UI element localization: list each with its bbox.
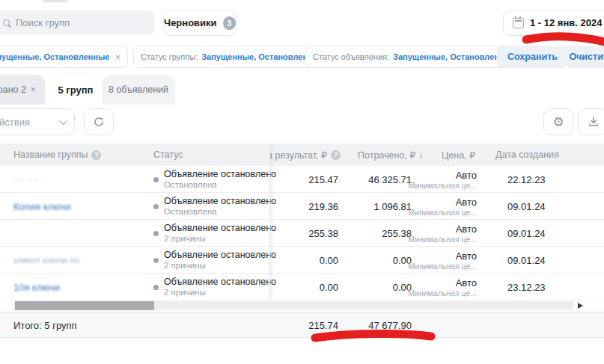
filter-chip-value: Запущенные, Остановленные <box>0 52 109 61</box>
status-text: Объявление остановлено <box>164 250 276 261</box>
created-date: 22.12.23 <box>507 166 546 193</box>
drafts-button[interactable]: Черновики 3 <box>163 10 237 36</box>
save-filters-button[interactable]: Сохранить <box>497 46 568 68</box>
totals-cost-per-result: 215.74 <box>269 312 338 339</box>
group-name-link[interactable]: 10я ключи <box>13 274 60 300</box>
red-underline-date <box>526 37 604 43</box>
calendar-icon <box>513 18 524 28</box>
filter-chip-label: Статус объявления: <box>313 52 389 61</box>
price-cell: Авто Минимальная це... <box>382 220 477 247</box>
top-edge-fragment <box>43 0 67 2</box>
totals-spent: 47 677.90 <box>341 312 412 339</box>
status-text: Объявление остановлено <box>164 169 276 180</box>
search-icon <box>3 19 10 26</box>
help-icon[interactable]: ? <box>331 150 341 160</box>
filter-chip-label: Статус группы: <box>141 52 198 61</box>
status-dot-icon <box>153 204 159 209</box>
status-dot-icon <box>153 285 159 290</box>
status-subtext: 2 причины <box>164 261 276 271</box>
date-range-picker[interactable]: 1 - 12 янв. 2024 <box>503 10 604 36</box>
status-text: Объявление остановлено <box>164 196 276 207</box>
scroll-right-arrow-icon[interactable] <box>578 303 583 309</box>
ads-manager-screen: Поиск групп Черновики 3 1 - 12 янв. 2024… <box>0 0 604 364</box>
status-cell: Объявление остановлено Остановлена <box>153 166 276 193</box>
tab-groups[interactable]: 5 групп <box>49 75 102 105</box>
actions-label: Действия <box>0 117 30 128</box>
gear-icon: ⚙ <box>552 114 564 130</box>
created-date: 23.12.23 <box>507 274 546 300</box>
group-name-link[interactable]: клиент ключи по <box>13 247 79 274</box>
search-input[interactable]: Поиск групп <box>0 10 154 35</box>
column-header-created[interactable]: Дата создания <box>495 144 559 166</box>
filter-chip-status[interactable]: Запущенные, Остановленные × <box>0 46 128 68</box>
cost-per-result-value: 255.38 <box>269 220 338 247</box>
created-date: 09.01.24 <box>507 220 546 247</box>
tab-selection[interactable]: Выбрано 2 × <box>0 75 45 105</box>
search-placeholder: Поиск групп <box>16 17 70 28</box>
export-button[interactable] <box>578 108 604 135</box>
price-strategy: Минимальная це... <box>408 181 477 190</box>
close-icon[interactable]: × <box>115 52 121 63</box>
refresh-icon <box>93 116 105 128</box>
price-mode: Авто <box>456 170 477 181</box>
tab-selection-label: Выбрано 2 <box>0 84 26 95</box>
price-strategy: Минимальная це... <box>408 262 477 271</box>
price-strategy: Минимальная це... <box>408 208 477 217</box>
drafts-count-badge: 3 <box>223 16 236 30</box>
price-mode: Авто <box>456 277 477 289</box>
clear-filters-button[interactable]: Очистить <box>565 46 604 68</box>
actions-dropdown[interactable]: Действия <box>0 108 75 135</box>
status-text: Объявление остановлено <box>164 277 276 288</box>
status-dot-icon <box>153 231 159 236</box>
price-mode: Авто <box>456 197 477 208</box>
cost-per-result-value: 215.47 <box>269 166 338 193</box>
status-subtext: Остановлена <box>164 207 276 217</box>
price-mode: Авто <box>456 223 477 235</box>
cost-per-result-value: 0.00 <box>269 274 338 300</box>
status-cell: Объявление остановлено 2 причины <box>153 220 276 247</box>
created-date: 09.01.24 <box>507 193 546 220</box>
totals-label: Итого: 5 групп <box>13 312 77 339</box>
status-dot-icon <box>153 177 159 182</box>
status-cell: Объявление остановлено 2 причины <box>153 247 276 274</box>
status-cell: Объявление остановлено 2 причины <box>153 274 276 300</box>
table-scroll-pane: Цена за результат, ₽ ? Потрачено, ₽ ↓ Це… <box>269 144 604 300</box>
created-date: 09.01.24 <box>507 247 546 274</box>
date-range-value: 1 - 12 янв. 2024 <box>530 17 602 28</box>
price-strategy: Минимальная це... <box>408 235 477 244</box>
download-icon <box>588 116 600 128</box>
status-subtext: 2 причины <box>164 234 276 244</box>
scrollbar-thumb[interactable] <box>15 301 154 310</box>
status-dot-icon <box>153 258 159 263</box>
tab-ads[interactable]: 8 объявлений <box>102 75 175 105</box>
frozen-column-divider <box>269 144 270 300</box>
totals-row: Итого: 5 групп 215.74 47 677.90 <box>0 312 604 338</box>
status-subtext: Остановлена <box>164 180 276 190</box>
price-cell: Авто Минимальная це... <box>382 166 477 193</box>
column-header-cost-per-result[interactable]: Цена за результат, ₽ ? <box>269 144 341 166</box>
help-icon[interactable]: ? <box>91 150 101 160</box>
cost-per-result-value: 219.36 <box>269 193 338 220</box>
status-subtext: 2 причины <box>164 288 276 297</box>
drafts-label: Черновики <box>164 17 217 28</box>
column-header-name[interactable]: Название группы ? <box>13 144 101 166</box>
column-header-price[interactable]: Цена, ₽ <box>400 144 475 166</box>
status-text: Объявление остановлено <box>164 223 276 234</box>
price-cell: Авто Минимальная це... <box>382 274 477 300</box>
chevron-down-icon <box>59 117 67 125</box>
column-header-status[interactable]: Статус <box>153 144 183 166</box>
cost-per-result-value: 0.00 <box>269 247 338 274</box>
price-cell: Авто Минимальная це... <box>382 193 477 220</box>
price-mode: Авто <box>456 250 477 262</box>
close-icon[interactable]: × <box>31 84 36 95</box>
price-cell: Авто Минимальная це... <box>382 247 477 274</box>
group-name-link[interactable]: Копия ключи <box>13 193 71 220</box>
settings-button[interactable]: ⚙ <box>543 108 573 135</box>
group-name-link[interactable]: ······· <box>13 166 43 193</box>
price-strategy: Минимальная це... <box>408 289 477 297</box>
refresh-button[interactable] <box>84 108 114 135</box>
status-cell: Объявление остановлено Остановлена <box>153 193 276 220</box>
frozen-column-shadow <box>270 144 275 300</box>
